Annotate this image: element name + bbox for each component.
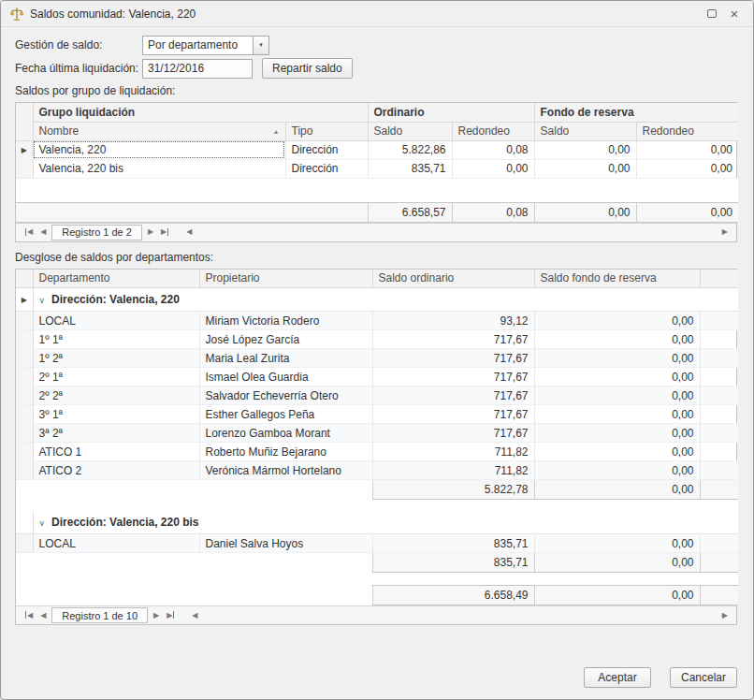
departamento-row[interactable]: LOCALMiriam Victoria Rodero93,120,00 [16, 312, 738, 330]
repartir-saldo-button[interactable]: Repartir saldo [262, 58, 353, 79]
scroll-left-icon[interactable]: ◀ [188, 607, 201, 624]
grid-cell[interactable]: 0,00 [534, 312, 700, 330]
grid-cell[interactable]: 0,00 [636, 159, 738, 178]
grid-cell[interactable]: LOCAL [33, 312, 199, 330]
grid-cell[interactable]: 717,67 [372, 349, 534, 368]
grid-cell[interactable]: José López García [199, 330, 372, 349]
grid-cell[interactable]: Valencia, 220 bis [33, 159, 285, 178]
grid-cell[interactable]: LOCAL [33, 534, 199, 553]
titlebar[interactable]: Saldos comunidad: Valencia, 220 × [1, 1, 753, 27]
pager-first-button[interactable]: ◀ [21, 607, 36, 624]
grid-cell[interactable]: 0,00 [534, 349, 700, 368]
grid-cell[interactable]: 0,08 [452, 140, 534, 159]
grid-cell[interactable]: 835,71 [368, 159, 452, 178]
grid-cell[interactable]: Daniel Salva Hoyos [199, 534, 372, 553]
grid-cell[interactable]: 0,00 [534, 443, 700, 461]
gestion-saldo-combobox[interactable]: Por departamento ▼ [142, 36, 269, 55]
grid-cell[interactable]: 0,00 [534, 424, 700, 443]
pager-last-button[interactable]: ▶ [157, 224, 173, 241]
grid-cell[interactable]: 0,00 [534, 159, 636, 178]
grid-cell[interactable]: Lorenzo Gamboa Morant [199, 424, 372, 443]
grid-cell[interactable]: 0,00 [636, 140, 738, 159]
grid-cell[interactable]: 3º 1ª [33, 405, 199, 424]
grid-cell[interactable]: 1º 1ª [33, 330, 199, 349]
grid-cell[interactable]: 2º 1ª [33, 368, 199, 386]
grid-cell[interactable]: 717,67 [372, 368, 534, 386]
grid-cell[interactable]: 0,00 [534, 330, 700, 349]
grid-cell[interactable]: Ismael Olea Guardia [199, 368, 372, 386]
grid-cell[interactable]: 711,82 [372, 461, 534, 480]
grid-cell[interactable]: Esther Gallegos Peña [199, 405, 372, 424]
departamento-row[interactable]: 2º 2ªSalvador Echeverría Otero717,670,00 [16, 386, 738, 405]
fecha-liquidacion-input[interactable]: 31/12/2016 [142, 59, 253, 79]
group-header-row[interactable]: ▶∨Dirección: Valencia, 220 [16, 288, 738, 312]
grid-cell[interactable]: 0,00 [452, 159, 534, 178]
departamento-row[interactable]: ATICO 2Verónica Mármol Hortelano711,820,… [16, 461, 738, 480]
grid-cell[interactable]: 717,67 [372, 330, 534, 349]
grid-cell[interactable]: 0,00 [534, 534, 700, 553]
column-header-redondeo-reserva[interactable]: Redondeo [636, 122, 738, 140]
grid-cell[interactable]: 0,00 [534, 386, 700, 405]
grid-cell[interactable]: 93,12 [372, 312, 534, 330]
grid-cell[interactable]: 711,82 [372, 443, 534, 461]
grid-cell[interactable]: Dirección [285, 159, 368, 178]
group-title-cell[interactable]: ∨Dirección: Valencia, 220 bis [33, 511, 738, 534]
grid-cell[interactable]: 5.822,86 [368, 140, 452, 159]
grid-cell[interactable]: Maria Leal Zurita [199, 349, 372, 368]
departamento-row[interactable]: ATICO 1Roberto Muñiz Bejarano711,820,00 [16, 443, 738, 461]
pager-first-button[interactable]: ◀ [21, 224, 36, 241]
pager-next-button[interactable]: ▶ [150, 607, 163, 624]
grid-cell[interactable]: Verónica Mármol Hortelano [199, 461, 372, 480]
column-header-saldo-fondo-reserva[interactable]: Saldo fondo de reserva [534, 270, 700, 288]
scroll-right-icon[interactable]: ▶ [718, 224, 732, 241]
grid-cell[interactable]: 1º 2ª [33, 349, 199, 368]
accept-button[interactable]: Aceptar [584, 667, 651, 688]
column-header-departamento[interactable]: Departamento [33, 270, 199, 288]
departamento-row[interactable]: 2º 1ªIsmael Olea Guardia717,670,00 [16, 368, 738, 386]
collapse-icon[interactable]: ∨ [39, 518, 46, 528]
column-header-tipo[interactable]: Tipo [285, 122, 368, 140]
column-header-saldo-reserva[interactable]: Saldo [534, 122, 636, 140]
horizontal-scrollbar[interactable]: ◀ ▶ [182, 224, 732, 241]
grid-cell[interactable]: ATICO 2 [33, 461, 199, 480]
scrollbar-track[interactable] [196, 224, 718, 241]
grid-cell[interactable]: 0,00 [534, 405, 700, 424]
grid-cell[interactable]: 717,67 [372, 424, 534, 443]
scroll-right-icon[interactable]: ▶ [718, 607, 732, 624]
grid-cell[interactable]: 0,00 [534, 461, 700, 480]
grid-cell[interactable]: Valencia, 220 [33, 140, 285, 159]
cancel-button[interactable]: Cancelar [670, 667, 737, 688]
grid-cell[interactable]: 717,67 [372, 386, 534, 405]
grid-cell[interactable]: Roberto Muñiz Bejarano [199, 443, 372, 461]
group-header-row[interactable]: ∨Dirección: Valencia, 220 bis [16, 511, 738, 534]
scroll-left-icon[interactable]: ◀ [182, 224, 196, 241]
grid-cell[interactable]: Salvador Echeverría Otero [199, 386, 372, 405]
restore-button[interactable] [701, 5, 723, 23]
column-header-propietario[interactable]: Propietario [199, 270, 372, 288]
pager-prev-button[interactable]: ◀ [36, 224, 50, 241]
collapse-icon[interactable]: ∨ [39, 296, 46, 305]
departamento-row[interactable]: 1º 2ªMaria Leal Zurita717,670,00 [16, 349, 738, 368]
band-fondo-reserva[interactable]: Fondo de reserva [534, 103, 738, 122]
pager-next-button[interactable]: ▶ [144, 224, 157, 241]
grid-cell[interactable]: Dirección [285, 140, 368, 159]
group-title-cell[interactable]: ∨Dirección: Valencia, 220 [33, 288, 738, 312]
column-header-saldo-ordinario[interactable]: Saldo ordinario [372, 270, 534, 288]
grid-cell[interactable]: ATICO 1 [33, 443, 199, 461]
band-ordinario[interactable]: Ordinario [368, 103, 534, 122]
grid-cell[interactable]: Miriam Victoria Rodero [199, 312, 372, 330]
pager-prev-button[interactable]: ◀ [36, 607, 50, 624]
pager-last-button[interactable]: ▶ [163, 607, 179, 624]
grid-cell[interactable]: 717,67 [372, 405, 534, 424]
departamento-row[interactable]: 3º 1ªEsther Gallegos Peña717,670,00 [16, 405, 738, 424]
scrollbar-track[interactable] [202, 606, 718, 624]
grid-cell[interactable]: 0,00 [534, 140, 636, 159]
grid-cell[interactable]: 835,71 [372, 534, 534, 553]
combobox-dropdown-button[interactable]: ▼ [253, 36, 268, 54]
departamento-row[interactable]: LOCALDaniel Salva Hoyos835,710,00 [16, 534, 738, 553]
column-header-redondeo-ordinario[interactable]: Redondeo [452, 122, 534, 140]
grid-cell[interactable]: 0,00 [534, 368, 700, 386]
close-button[interactable]: × [723, 5, 746, 23]
column-header-nombre[interactable]: Nombre ▲ [33, 122, 285, 140]
grid-cell[interactable]: 3ª 2ª [33, 424, 199, 443]
